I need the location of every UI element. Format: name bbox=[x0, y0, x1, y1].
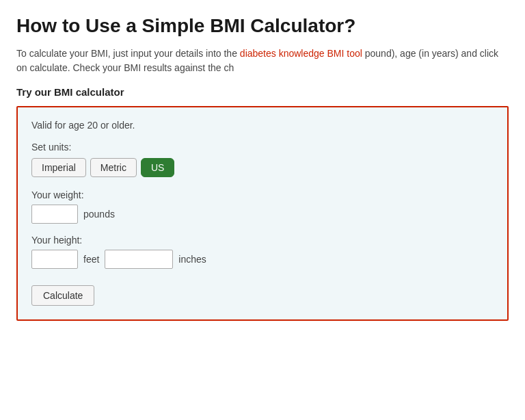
weight-unit: pounds bbox=[83, 209, 115, 220]
metric-button[interactable]: Metric bbox=[90, 158, 137, 177]
height-inches-unit: inches bbox=[178, 254, 206, 265]
calculator-container: Valid for age 20 or older. Set units: Im… bbox=[16, 106, 509, 321]
section-title: Try our BMI calculator bbox=[16, 86, 509, 98]
weight-label: Your weight: bbox=[31, 189, 494, 200]
height-feet-unit: feet bbox=[83, 254, 99, 265]
bmi-tool-link[interactable]: diabetes knowledge BMI tool bbox=[240, 48, 362, 59]
us-button[interactable]: US bbox=[141, 158, 174, 177]
page-title: How to Use a Simple BMI Calculator? bbox=[16, 14, 509, 38]
height-input-row: feet inches bbox=[31, 250, 494, 269]
intro-text-before: To calculate your BMI, just input your d… bbox=[16, 48, 240, 59]
units-label: Set units: bbox=[31, 142, 494, 153]
height-feet-input[interactable] bbox=[31, 250, 78, 269]
height-label: Your height: bbox=[31, 235, 494, 246]
weight-group: Your weight: pounds bbox=[31, 189, 494, 224]
height-group: Your height: feet inches bbox=[31, 235, 494, 269]
units-button-group: Imperial Metric US bbox=[31, 158, 494, 177]
calculate-button[interactable]: Calculate bbox=[31, 285, 94, 306]
height-inches-input[interactable] bbox=[105, 250, 173, 269]
weight-input[interactable] bbox=[31, 205, 78, 224]
imperial-button[interactable]: Imperial bbox=[31, 158, 86, 177]
intro-paragraph: To calculate your BMI, just input your d… bbox=[16, 47, 509, 75]
valid-note: Valid for age 20 or older. bbox=[31, 120, 494, 131]
weight-input-row: pounds bbox=[31, 205, 494, 224]
